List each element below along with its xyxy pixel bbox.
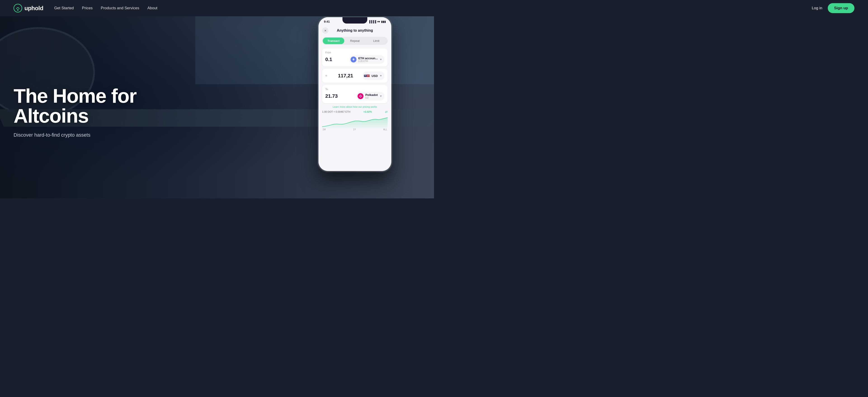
svg-point-9 [365, 76, 365, 76]
middle-asset-name: USD [372, 74, 378, 78]
from-chevron-icon: ▼ [379, 58, 382, 61]
from-label: From [325, 51, 384, 54]
rate-text: 1.00 DOT = 0.00467 ETH [322, 110, 350, 113]
status-icons: ▐▐▐▐ ▾▾ ▮▮▮ [368, 20, 386, 23]
nav-link-products-services[interactable]: Products and Services [101, 6, 139, 10]
phone-screen: 9:41 ▐▐▐▐ ▾▾ ▮▮▮ ✕ Anything to anything [318, 17, 391, 171]
close-button[interactable]: ✕ [322, 27, 329, 34]
middle-asset[interactable]: USD ▼ [363, 72, 384, 80]
logo-link[interactable]: uphold [13, 4, 43, 12]
mini-chart: 1M 1Y ALL [322, 115, 388, 131]
to-amount: 21.73 [325, 93, 338, 99]
app-content: ✕ Anything to anything Transact Repeat L… [318, 25, 391, 134]
to-label: To [325, 88, 384, 90]
middle-row: ≈ 117,21 [325, 72, 384, 80]
signal-icon: ▐▐▐▐ [368, 20, 376, 23]
rate-change: +2.02% [364, 110, 372, 113]
nav-link-about[interactable]: About [147, 6, 157, 10]
svg-point-1 [17, 9, 19, 11]
from-asset-info: ETH accoun... 0.26 ETH [358, 57, 378, 62]
to-card: To 21.73 [322, 85, 388, 103]
middle-card: ≈ 117,21 [322, 69, 388, 83]
chart-label-1y[interactable]: 1Y [353, 128, 356, 131]
svg-point-12 [360, 95, 361, 96]
nav-item-products-services[interactable]: Products and Services [101, 6, 139, 10]
navbar: uphold Get Started Prices Products and S… [0, 0, 434, 16]
battery-icon: ▮▮▮ [381, 20, 386, 23]
svg-point-0 [14, 4, 22, 12]
chart-label-1m[interactable]: 1M [322, 128, 326, 131]
hero-section: The Home for Altcoins Discover hard-to-f… [0, 0, 434, 198]
svg-point-8 [366, 75, 366, 75]
chart-svg [322, 115, 388, 129]
eth-icon [350, 57, 356, 62]
tab-transact[interactable]: Transact [323, 37, 344, 44]
hero-title: The Home for Altcoins [13, 86, 136, 126]
hero-title-line1: The Home for [13, 85, 136, 107]
phone-notch [342, 17, 367, 24]
dot-icon [358, 93, 364, 99]
rate-row: 1.00 DOT = 0.00467 ETH +2.02% ⇄ [322, 110, 388, 114]
pricing-link[interactable]: Learn more about how our pricing works [322, 106, 388, 108]
usd-flag-icon [364, 73, 370, 79]
from-row: 0.1 ETH accoun... [325, 55, 384, 64]
tab-repeat[interactable]: Repeat [344, 37, 366, 44]
svg-point-6 [364, 75, 365, 75]
uphold-logo-icon [13, 4, 22, 12]
swap-arrows-icon[interactable]: ⇄ [385, 110, 388, 114]
hero-content: The Home for Altcoins Discover hard-to-f… [13, 86, 136, 138]
from-amount: 0.1 [325, 57, 332, 62]
app-title: Anything to anything [329, 29, 381, 33]
to-asset-info: Polkadot 0.0 [365, 93, 378, 99]
to-asset-balance: 0.0 [365, 96, 378, 99]
nav-link-prices[interactable]: Prices [82, 6, 93, 10]
hero-subtitle: Discover hard-to-find crypto assets [13, 132, 136, 138]
hero-title-line2: Altcoins [13, 105, 88, 127]
to-row: 21.73 [325, 92, 384, 101]
svg-point-15 [361, 96, 362, 96]
nav-item-prices[interactable]: Prices [82, 6, 93, 10]
nav-link-get-started[interactable]: Get Started [54, 6, 74, 10]
status-time: 9:41 [324, 20, 330, 23]
svg-point-13 [360, 96, 361, 97]
nav-item-get-started[interactable]: Get Started [54, 6, 74, 10]
equals-icon: ≈ [325, 74, 327, 78]
nav-links: Get Started Prices Products and Services… [54, 6, 158, 10]
chart-label-all[interactable]: ALL [383, 128, 387, 131]
from-card: From 0.1 [322, 49, 388, 66]
logo-text: uphold [24, 5, 43, 12]
from-asset[interactable]: ETH accoun... 0.26 ETH ▼ [349, 55, 384, 64]
svg-point-14 [359, 96, 360, 96]
to-asset[interactable]: Polkadot 0.0 ▼ [356, 92, 384, 101]
tab-limit[interactable]: Limit [366, 37, 387, 44]
middle-chevron-icon: ▼ [379, 74, 382, 77]
to-chevron-icon: ▼ [379, 94, 382, 98]
app-tabs: Transact Repeat Limit [322, 37, 388, 45]
app-header: ✕ Anything to anything [322, 27, 388, 34]
nav-left: uphold Get Started Prices Products and S… [13, 4, 157, 12]
phone-mockup-wrapper: 9:41 ▐▐▐▐ ▾▾ ▮▮▮ ✕ Anything to anything [312, 16, 398, 198]
nav-item-about[interactable]: About [147, 6, 157, 10]
svg-point-10 [365, 76, 366, 76]
from-asset-name: ETH accoun... [358, 57, 378, 60]
phone-outer-shell: 9:41 ▐▐▐▐ ▾▾ ▮▮▮ ✕ Anything to anything [318, 16, 392, 172]
from-asset-balance: 0.26 ETH [358, 60, 378, 62]
svg-point-7 [365, 75, 366, 75]
phone-inner-shell: 9:41 ▐▐▐▐ ▾▾ ▮▮▮ ✕ Anything to anything [318, 17, 391, 171]
to-asset-name: Polkadot [365, 93, 378, 96]
middle-amount: 117,21 [338, 73, 353, 79]
wifi-icon: ▾▾ [377, 20, 380, 23]
chart-labels: 1M 1Y ALL [322, 128, 388, 131]
